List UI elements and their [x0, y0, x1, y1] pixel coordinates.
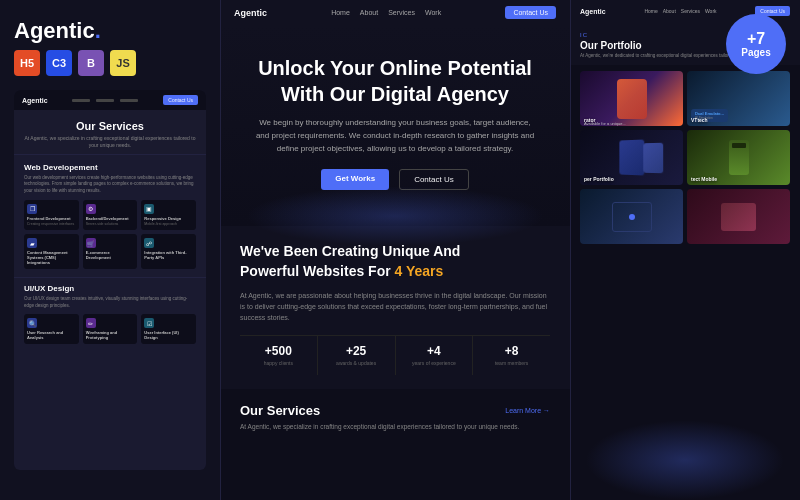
stat-awards: +25 awards & updates — [318, 336, 396, 375]
divider-right — [570, 0, 571, 500]
right-nav-links: Home About Services Work — [644, 8, 716, 14]
grid-item-backend: ⚙ Backend/Development Server-side soluti… — [83, 200, 138, 231]
learn-more-link[interactable]: Learn More → — [505, 407, 550, 414]
backend-icon: ⚙ — [86, 204, 96, 214]
right-glow — [585, 420, 785, 500]
backend-label: Backend/Development — [86, 216, 135, 221]
portfolio-item-1[interactable]: rator Available for a unique... — [580, 71, 683, 126]
preview-nav-link-2 — [96, 99, 114, 102]
hero-btn-primary[interactable]: Get Works — [321, 169, 389, 190]
preview-uiux-title: UI/UX Design — [24, 284, 196, 293]
cms-icon: ▰ — [27, 238, 37, 248]
services-section: Our Services Learn More → At Agentic, we… — [220, 389, 570, 446]
center-nav-about[interactable]: About — [360, 9, 378, 16]
tech-badges: H5 C3 B JS — [14, 50, 206, 76]
services-title: Our Services — [240, 403, 320, 418]
stat-awards-number: +25 — [322, 344, 391, 358]
center-nav-links: Home About Services Work — [331, 9, 441, 16]
preview-grid-bottom: ▰ Content Management Systems (CMS) Integ… — [24, 234, 196, 269]
stats-row: +500 happy clients +25 awards & updates … — [240, 335, 550, 375]
grid-item-responsive: ▣ Responsive Design Mobile-first approac… — [141, 200, 196, 231]
center-nav-btn[interactable]: Contact Us — [505, 6, 556, 19]
preview-uiux-grid: 🔍 User Research and Analysis ✏ Wireframi… — [24, 314, 196, 344]
portfolio-item-1-bg — [580, 71, 683, 126]
ui-icon: ☑ — [144, 318, 154, 328]
stat-awards-label: awards & updates — [322, 360, 391, 367]
hero-title: Unlock Your Online Potential With Our Di… — [240, 55, 550, 107]
preview-nav-link-3 — [120, 99, 138, 102]
grid-item-ui: ☑ User Interface (UI) Design — [141, 314, 196, 344]
responsive-icon: ▣ — [144, 204, 154, 214]
right-nav-work[interactable]: Work — [705, 8, 717, 14]
portfolio-item-1-sublabel: Available for a unique... — [584, 121, 626, 126]
portfolio-item-4-label: tect Mobile — [691, 176, 717, 182]
api-icon: ☍ — [144, 238, 154, 248]
preview-nav-brand: Agentic — [22, 97, 48, 104]
brand-name: Agentic — [14, 18, 95, 43]
brand-title: Agentic. — [14, 18, 206, 44]
badge-label: Pages — [741, 47, 770, 58]
frontend-text: Creating responsive interfaces — [27, 222, 76, 227]
ecommerce-icon: 🛒 — [86, 238, 96, 248]
stat-team-label: team members — [477, 360, 546, 367]
right-nav-brand: Agentic — [580, 8, 606, 15]
portfolio-item-2-label: VTtech — [691, 117, 708, 123]
portfolio-item-3[interactable]: per Portfolio — [580, 130, 683, 185]
badge-count: +7 — [747, 31, 765, 47]
portfolio-item-5[interactable] — [580, 189, 683, 244]
preview-uiux-desc: Our UI/UX design team creates intuitive,… — [24, 296, 196, 309]
right-nav-services[interactable]: Services — [681, 8, 700, 14]
backend-text: Server-side solutions — [86, 222, 135, 227]
hero-btn-secondary[interactable]: Contact Us — [399, 169, 469, 190]
css3-badge: C3 — [46, 50, 72, 76]
preview-nav: Agentic Contact Us — [14, 90, 206, 110]
unique-title: We've Been Creating Unique And Powerful … — [240, 242, 550, 281]
frontend-icon: ❐ — [27, 204, 37, 214]
right-nav-home[interactable]: Home — [644, 8, 657, 14]
preview-web-section: Web Developement Our web development ser… — [14, 155, 206, 278]
preview-nav-link-1 — [72, 99, 90, 102]
stat-clients-number: +500 — [244, 344, 313, 358]
grid-item-wireframe: ✏ Wireframing and Prototyping — [83, 314, 138, 344]
portfolio-item-4[interactable]: tect Mobile — [687, 130, 790, 185]
preview-web-desc: Our web development services create high… — [24, 175, 196, 194]
right-panel: +7 Pages Agentic Home About Services Wor… — [570, 0, 800, 500]
grid-item-research: 🔍 User Research and Analysis — [24, 314, 79, 344]
preview-web-title: Web Developement — [24, 163, 196, 172]
stat-clients: +500 happy clients — [240, 336, 318, 375]
preview-grid-top: ❐ Frontend Development Creating responsi… — [24, 200, 196, 231]
preview-services-title: Our Services — [24, 120, 196, 132]
right-nav-about[interactable]: About — [663, 8, 676, 14]
center-nav-home[interactable]: Home — [331, 9, 350, 16]
center-panel: Agentic Home About Services Work Contact… — [220, 0, 570, 500]
grid-item-api: ☍ Integration with Third-Party APIs — [141, 234, 196, 269]
responsive-text: Mobile-first approach — [144, 222, 193, 227]
stat-years-label: years of experience — [400, 360, 469, 367]
portfolio-item-3-label: per Portfolio — [584, 176, 614, 182]
research-label: User Research and Analysis — [27, 330, 76, 340]
hero-buttons: Get Works Contact Us — [240, 169, 550, 190]
preview-services-section: Our Services At Agentic, we specialize i… — [14, 110, 206, 155]
center-nav-work[interactable]: Work — [425, 9, 441, 16]
preview-card: Agentic Contact Us Our Services At Agent… — [14, 90, 206, 470]
unique-accent: 4 Years — [395, 263, 444, 279]
portfolio-item-5-bg — [580, 189, 683, 244]
preview-nav-btn[interactable]: Contact Us — [163, 95, 198, 105]
research-icon: 🔍 — [27, 318, 37, 328]
hero-desc: We begin by thoroughly understanding you… — [255, 117, 535, 155]
pages-badge: +7 Pages — [726, 14, 786, 74]
portfolio-item-6[interactable] — [687, 189, 790, 244]
stat-years: +4 years of experience — [396, 336, 474, 375]
cms-label: Content Management Systems (CMS) Integra… — [27, 250, 76, 265]
api-label: Integration with Third-Party APIs — [144, 250, 193, 260]
left-panel: Agentic. H5 C3 B JS Agentic Contact Us O… — [0, 0, 220, 500]
stat-years-number: +4 — [400, 344, 469, 358]
hero-section: Unlock Your Online Potential With Our Di… — [220, 25, 570, 226]
wireframe-label: Wireframing and Prototyping — [86, 330, 135, 340]
center-nav-services[interactable]: Services — [388, 9, 415, 16]
unique-desc: At Agentic, we are passionate about help… — [240, 290, 550, 324]
portfolio-item-2[interactable]: Dual Emulato... AI Simulation VTtech — [687, 71, 790, 126]
center-nav-brand: Agentic — [234, 8, 267, 18]
ecommerce-label: E-commerce Development — [86, 250, 135, 260]
stat-team-number: +8 — [477, 344, 546, 358]
